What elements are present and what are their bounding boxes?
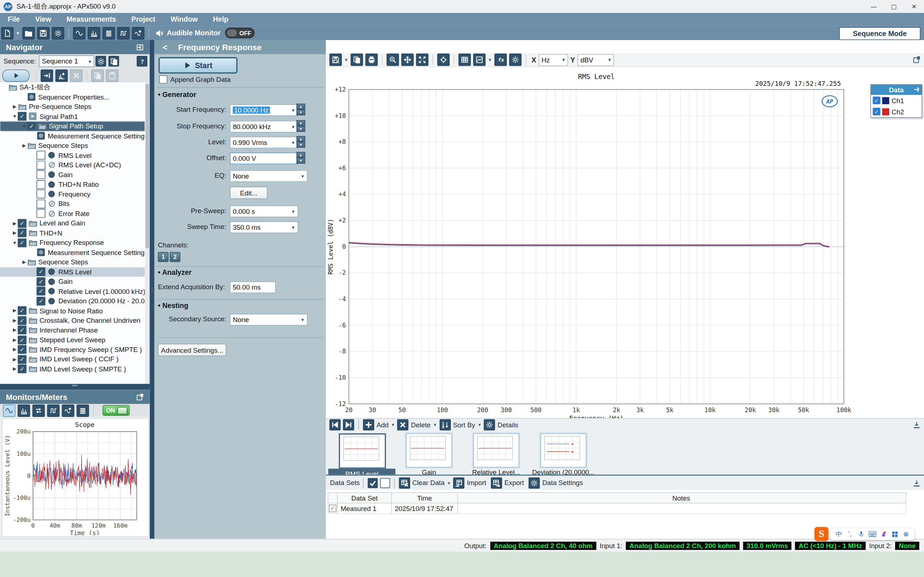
- tree-item-sequence-steps[interactable]: ▶Sequence Steps: [0, 141, 145, 150]
- list-view-icon[interactable]: [102, 27, 115, 39]
- stop-frequency-input[interactable]: 80.0000 kHz▼: [230, 121, 298, 133]
- collapse-icon[interactable]: ▼: [12, 240, 18, 246]
- tree-item-stepped-level-sweep[interactable]: ▶✓Stepped Level Sweep: [0, 335, 145, 345]
- collapse-datasets-icon[interactable]: [910, 477, 922, 489]
- tree-item-thd-n[interactable]: ▶✓THD+N: [0, 228, 145, 238]
- export-label[interactable]: Export: [505, 479, 524, 487]
- tree-checkbox[interactable]: ✓: [36, 277, 45, 286]
- settings-gear-icon[interactable]: [52, 27, 64, 39]
- result-thumbnail-2[interactable]: [406, 434, 452, 468]
- tree-checkbox[interactable]: [36, 151, 45, 160]
- squarewave-view-icon[interactable]: [117, 27, 129, 39]
- monitor-io-icon[interactable]: [32, 404, 45, 416]
- ime-skin-icon[interactable]: [878, 529, 889, 539]
- tree-checkbox[interactable]: [36, 209, 45, 218]
- secondary-source-select[interactable]: None▼: [230, 314, 308, 326]
- tree-item-frequency-response[interactable]: ▼✓Frequency Response: [0, 238, 145, 248]
- tree-checkbox[interactable]: ✓: [18, 219, 26, 227]
- tree-checkbox[interactable]: ✓: [18, 306, 26, 315]
- start-frequency-input[interactable]: 10.0000 Hz▼: [230, 104, 298, 116]
- maximize-button[interactable]: ▢: [884, 0, 904, 13]
- input1-status-badge[interactable]: Analog Balanced 2 Ch, 200 kohm: [626, 542, 740, 550]
- tree-checkbox[interactable]: ✓: [18, 229, 26, 237]
- monitor-squarewave-icon[interactable]: [47, 404, 60, 416]
- details-icon[interactable]: [484, 419, 495, 430]
- graph-zoom-icon[interactable]: [386, 54, 399, 66]
- clear-data-icon[interactable]: [399, 477, 410, 488]
- graph-chart-icon[interactable]: [473, 54, 485, 66]
- expand-icon[interactable]: ▶: [12, 366, 18, 372]
- import-icon[interactable]: [453, 477, 465, 488]
- monitor-list-icon[interactable]: [76, 404, 89, 416]
- details-label[interactable]: Details: [498, 421, 518, 429]
- paste-step-icon[interactable]: [106, 69, 118, 82]
- menu-file[interactable]: File: [0, 15, 27, 23]
- sequence-select[interactable]: Sequence 1▼: [39, 55, 94, 67]
- menu-measurements[interactable]: Measurements: [59, 15, 124, 23]
- graph-fx-icon[interactable]: fx: [494, 54, 507, 66]
- legend-checkbox[interactable]: ✓: [873, 97, 880, 104]
- tree-checkbox[interactable]: ✓: [36, 268, 45, 276]
- dataset-row[interactable]: ✓ Measured 1 2025/10/9 17:52:47: [328, 503, 906, 514]
- result-thumbnail-4[interactable]: [540, 434, 586, 468]
- menu-project[interactable]: Project: [124, 15, 163, 23]
- datasets-check-all-icon[interactable]: [367, 478, 378, 488]
- tree-checkbox[interactable]: ✓: [36, 297, 45, 305]
- menu-help[interactable]: Help: [205, 15, 236, 23]
- tree-item-signal-path1[interactable]: ▼✓Signal Path1: [0, 111, 145, 121]
- spectrum-view-icon[interactable]: [88, 27, 100, 39]
- expand-icon[interactable]: ▶: [12, 357, 18, 362]
- monitor-on-toggle[interactable]: ON: [102, 405, 129, 416]
- output-status-badge[interactable]: Analog Balanced 2 Ch, 40 ohm: [490, 542, 596, 550]
- help-icon[interactable]: ?: [137, 56, 147, 66]
- level-input[interactable]: 0.990 Vrms▼: [230, 137, 298, 148]
- sogou-icon[interactable]: S: [814, 527, 828, 541]
- result-thumbnail-3[interactable]: [473, 434, 519, 468]
- expand-icon[interactable]: ▶: [12, 327, 18, 333]
- tree-item-pre-sequence-steps[interactable]: ▶Pre-Sequence Steps: [0, 102, 145, 111]
- expand-icon[interactable]: ▶: [12, 308, 18, 313]
- ime-mic-icon[interactable]: [856, 529, 867, 539]
- close-button[interactable]: ✕: [904, 0, 924, 13]
- x-unit-select[interactable]: Hz▼: [538, 54, 568, 66]
- sequence-copy-icon[interactable]: [108, 56, 119, 66]
- tree-checkbox[interactable]: ✓: [18, 345, 26, 354]
- tree-checkbox[interactable]: ✓: [18, 316, 26, 324]
- tree-checkbox[interactable]: ✓: [18, 239, 26, 247]
- advanced-settings-button[interactable]: Advanced Settings...: [158, 344, 226, 356]
- back-chevron-icon[interactable]: <: [163, 43, 168, 52]
- add-meter-icon[interactable]: [55, 69, 68, 82]
- extend-acquisition-input[interactable]: 50.00 ms: [230, 281, 276, 293]
- run-sequence-button[interactable]: [3, 69, 30, 82]
- monitor-addwave-icon[interactable]: [62, 404, 74, 416]
- ime-settings-icon[interactable]: [901, 529, 912, 539]
- save-icon[interactable]: [37, 27, 50, 39]
- tree-item-sequencer-properties-[interactable]: Sequencer Properties...: [0, 92, 145, 102]
- tree-item-imd-frequency-sweep-smpte-[interactable]: ▶✓IMD Frequency Sweep ( SMPTE ): [0, 345, 145, 355]
- stop-frequency-stepper[interactable]: ▲▼: [296, 120, 305, 132]
- tree-checkbox[interactable]: ✓: [36, 287, 45, 296]
- tree-item-error-rate[interactable]: Error Rate: [0, 209, 145, 219]
- tree-item-measurement-sequence-settings-[interactable]: Measurement Sequence Settings...: [0, 248, 145, 258]
- start-frequency-stepper[interactable]: ▲▼: [296, 103, 305, 115]
- tree-item-frequency[interactable]: Frequency: [0, 189, 145, 199]
- offset-stepper[interactable]: ▲▼: [296, 152, 305, 164]
- expand-icon[interactable]: ▶: [12, 347, 18, 352]
- menu-view[interactable]: View: [27, 15, 59, 23]
- legend-item-ch2[interactable]: ✓ Ch2: [871, 106, 921, 117]
- import-label[interactable]: Import: [467, 479, 486, 487]
- add-measurement-icon[interactable]: [41, 69, 53, 82]
- tree-checkbox[interactable]: ✓: [18, 335, 26, 344]
- vertical-splitter[interactable]: ⋮: [150, 40, 155, 539]
- datasets-column-data-set[interactable]: Data Set: [338, 493, 392, 503]
- input2-status-badge[interactable]: None: [895, 542, 919, 550]
- append-graph-data-checkbox[interactable]: Append Graph Data: [159, 76, 231, 84]
- tree-item-deviation-20-0000-hz-20-0000-k[interactable]: ✓Deviation (20.0000 Hz - 20.0000 k: [0, 296, 145, 306]
- y-unit-select[interactable]: dBV▼: [577, 54, 614, 66]
- tree-item-sa-1-[interactable]: SA-1-组合: [0, 82, 145, 92]
- monitor-scope-icon[interactable]: [3, 404, 15, 416]
- legend-item-ch1[interactable]: ✓ Ch1: [871, 95, 921, 106]
- graph-cursor-icon[interactable]: [437, 54, 449, 66]
- offset-input[interactable]: 0.000 V: [230, 153, 298, 164]
- expand-icon[interactable]: ▶: [12, 337, 18, 343]
